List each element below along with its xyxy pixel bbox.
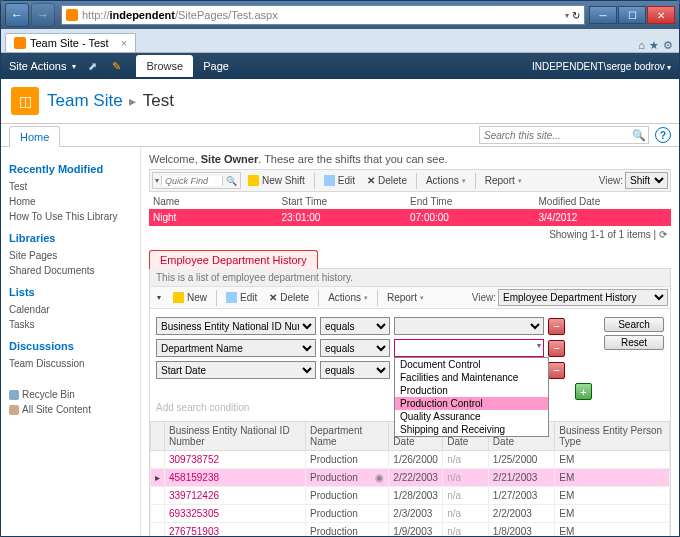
edit-page-icon[interactable]: ✎ xyxy=(108,58,124,74)
cell-id[interactable]: 339712426 xyxy=(165,487,306,505)
quickfind-input[interactable] xyxy=(162,176,222,186)
edit-button[interactable]: Edit xyxy=(319,173,360,188)
nav-up-icon[interactable]: ⬈ xyxy=(84,58,100,74)
nav-back-button[interactable]: ← xyxy=(5,3,29,27)
search-input[interactable] xyxy=(480,130,630,141)
quickfind-toggle[interactable]: ▾ xyxy=(152,291,166,304)
dept-toolbar: ▾ New Edit ✕Delete Actions▾ Report▾ View… xyxy=(150,287,670,309)
filter-row: Department Name equals ▾ Document Contro… xyxy=(150,337,598,359)
cell-mod: 1/25/2000 xyxy=(488,451,554,469)
favicon-icon xyxy=(66,9,78,21)
filter-op-select[interactable]: equals xyxy=(320,317,390,335)
table-row[interactable]: ▸458159238Production ◉2/22/2003n/a2/21/2… xyxy=(151,469,670,487)
view-select[interactable]: Employee Department History xyxy=(498,289,668,306)
filter-field-select[interactable]: Business Entity National ID Number xyxy=(156,317,316,335)
col-header[interactable]: Business Entity National ID Number xyxy=(165,422,306,451)
table-row[interactable]: 339712426Production1/28/2003n/a1/27/2003… xyxy=(151,487,670,505)
report-menu[interactable]: Report▾ xyxy=(480,173,527,188)
delete-button[interactable]: ✕Delete xyxy=(264,290,314,305)
actions-menu[interactable]: Actions▾ xyxy=(421,173,471,188)
window-maximize-button[interactable]: ☐ xyxy=(618,6,646,24)
gear-icon[interactable]: ⚙ xyxy=(663,39,673,52)
quickfind[interactable]: ▾ 🔍 xyxy=(152,172,241,189)
ribbon-tab-browse[interactable]: Browse xyxy=(136,55,193,77)
shifts-row[interactable]: Night23:01:0007:00:003/4/2012 xyxy=(149,209,671,226)
cell-end: n/a xyxy=(443,523,489,537)
dept-section-tab[interactable]: Employee Department History xyxy=(149,250,318,269)
filter-value-select[interactable] xyxy=(394,317,544,335)
filter-op-select[interactable]: equals xyxy=(320,339,390,357)
sidebar-item[interactable]: Site Pages xyxy=(9,248,140,263)
star-icon[interactable]: ★ xyxy=(649,39,659,52)
table-row[interactable]: 276751903Production1/9/2003n/a1/8/2003EM xyxy=(151,523,670,537)
dropdown-option[interactable]: Document Control xyxy=(395,358,548,371)
url-prefix: http:// xyxy=(82,9,110,21)
dropdown-option[interactable]: Quality Assurance xyxy=(395,410,548,423)
search-icon[interactable]: 🔍 xyxy=(630,129,648,142)
dropdown-option[interactable]: Facilities and Maintenance xyxy=(395,371,548,384)
breadcrumb-site[interactable]: Team Site xyxy=(47,91,123,110)
view-select[interactable]: Shift xyxy=(625,172,668,189)
left-sidebar: Recently Modified Test Home How To Use T… xyxy=(1,147,141,536)
cell-mod: 1/8/2003 xyxy=(488,523,554,537)
row-menu-icon[interactable]: ◉ xyxy=(375,472,384,483)
site-logo-icon[interactable]: ◫ xyxy=(11,87,39,115)
site-search[interactable]: 🔍 xyxy=(479,126,649,144)
report-menu[interactable]: Report▾ xyxy=(382,290,429,305)
cell-id[interactable]: 309738752 xyxy=(165,451,306,469)
sidebar-item[interactable]: Calendar xyxy=(9,302,140,317)
dropdown-option[interactable]: Production xyxy=(395,384,548,397)
filter-field-select[interactable]: Start Date xyxy=(156,361,316,379)
sidebar-item[interactable]: Shared Documents xyxy=(9,263,140,278)
col-header[interactable]: Business Entity Person Type xyxy=(555,422,670,451)
new-shift-button[interactable]: New Shift xyxy=(243,173,310,188)
remove-filter-button[interactable]: − xyxy=(548,340,565,357)
filter-op-select[interactable]: equals xyxy=(320,361,390,379)
quickfind-go-icon[interactable]: 🔍 xyxy=(222,176,240,186)
sidebar-item[interactable]: Tasks xyxy=(9,317,140,332)
sidebar-item[interactable]: How To Use This Library xyxy=(9,209,140,224)
add-filter-button[interactable]: + xyxy=(575,383,592,400)
site-actions-menu[interactable]: Site Actions xyxy=(9,60,76,72)
topnav-home[interactable]: Home xyxy=(9,126,60,147)
sidebar-item[interactable]: Home xyxy=(9,194,140,209)
address-bar[interactable]: http://independent/SitePages/Test.aspx ▾… xyxy=(61,5,585,25)
cell-ptype: EM xyxy=(555,505,670,523)
tab-close-icon[interactable]: × xyxy=(121,37,127,49)
home-icon[interactable]: ⌂ xyxy=(638,39,645,52)
col-header[interactable]: Department Name xyxy=(305,422,388,451)
sidebar-item[interactable]: Team Discussion xyxy=(9,356,140,371)
delete-button[interactable]: ✕Delete xyxy=(362,173,412,188)
dropdown-icon[interactable]: ▾ xyxy=(537,341,541,350)
remove-filter-button[interactable]: − xyxy=(548,362,565,379)
browser-tab[interactable]: Team Site - Test × xyxy=(5,33,136,52)
table-row[interactable]: 309738752Production1/26/2000n/a1/25/2000… xyxy=(151,451,670,469)
edit-button[interactable]: Edit xyxy=(221,290,262,305)
cell-id[interactable]: 693325305 xyxy=(165,505,306,523)
new-button[interactable]: New xyxy=(168,290,212,305)
nav-forward-button[interactable]: → xyxy=(31,3,55,27)
user-menu[interactable]: INDEPENDENT\serge bodrov xyxy=(532,61,671,72)
dropdown-option[interactable]: Production Control xyxy=(395,397,548,410)
sidebar-item[interactable]: Test xyxy=(9,179,140,194)
cell-id[interactable]: 458159238 xyxy=(165,469,306,487)
dropdown-option[interactable]: Shipping and Receiving xyxy=(395,423,548,436)
chevron-right-icon: ▸ xyxy=(129,93,136,109)
cell-id[interactable]: 276751903 xyxy=(165,523,306,537)
window-close-button[interactable]: ✕ xyxy=(647,6,675,24)
window-minimize-button[interactable]: ─ xyxy=(589,6,617,24)
reset-button[interactable]: Reset xyxy=(604,335,664,350)
help-icon[interactable]: ? xyxy=(655,127,671,143)
table-row[interactable]: 693325305Production2/3/2003n/a2/2/2003EM xyxy=(151,505,670,523)
ribbon-tab-page[interactable]: Page xyxy=(193,55,239,77)
dept-section: This is a list of employee department hi… xyxy=(149,268,671,536)
recycle-bin-link[interactable]: Recycle Bin xyxy=(9,387,140,402)
recycle-icon xyxy=(9,390,19,400)
search-button[interactable]: Search xyxy=(604,317,664,332)
filter-value-input[interactable] xyxy=(394,339,544,357)
filter-field-select[interactable]: Department Name xyxy=(156,339,316,357)
quickfind-dropdown-icon[interactable]: ▾ xyxy=(153,176,162,185)
remove-filter-button[interactable]: − xyxy=(548,318,565,335)
actions-menu[interactable]: Actions▾ xyxy=(323,290,373,305)
all-site-content-link[interactable]: All Site Content xyxy=(9,402,140,417)
